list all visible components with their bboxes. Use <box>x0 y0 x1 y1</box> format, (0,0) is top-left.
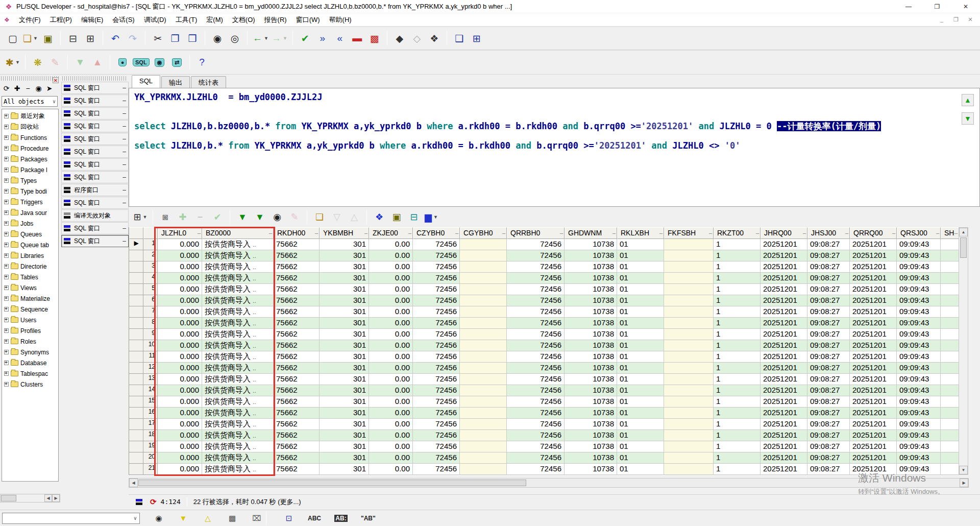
column-header-qrsj00[interactable]: QRSJ00 <box>897 227 941 239</box>
menu-item[interactable]: 文件(F) <box>14 13 45 27</box>
cell-rklxbh[interactable]: 01 <box>617 250 664 261</box>
cell-qrrq00[interactable]: 20251201 <box>850 363 897 374</box>
cell-czybh0[interactable]: 72456 <box>413 273 460 284</box>
cell-ghdwnm[interactable]: 10738 <box>565 273 617 284</box>
cell-czybh0[interactable]: 72456 <box>413 464 460 475</box>
column-header-czybh0[interactable]: CZYBH0 <box>413 227 460 239</box>
cell-bz0000[interactable]: 按供货商导入‥ <box>202 318 274 329</box>
row-number-cell[interactable]: 10 <box>143 340 158 351</box>
column-header-rkdh00[interactable]: RKDH00 <box>274 227 320 239</box>
expander-icon[interactable] <box>4 253 9 258</box>
cell-ellipsis-button[interactable]: ‥ <box>253 377 256 382</box>
cell-zkje00[interactable]: 0.00 <box>369 419 413 430</box>
expander-icon[interactable] <box>4 382 9 387</box>
row-marker-cell[interactable] <box>129 363 143 374</box>
cell-jlzhl0[interactable]: 0.000 <box>158 239 202 250</box>
cell-zkje00[interactable]: 0.00 <box>369 239 413 250</box>
cell-rkdh00[interactable]: 75662 <box>274 239 320 250</box>
cell-jhsj00[interactable]: 09:08:27 <box>807 464 850 475</box>
menu-item[interactable]: 工具(T) <box>171 13 202 27</box>
cell-rkdh00[interactable]: 75662 <box>274 363 320 374</box>
findbar-next-button[interactable]: ▼ <box>178 514 189 522</box>
cell-qrsj00[interactable]: 09:09:43 <box>897 430 941 441</box>
cell-bz0000[interactable]: 按供货商导入‥ <box>202 396 274 408</box>
cell-ykbmbh[interactable]: 301 <box>320 430 369 441</box>
row-marker-cell[interactable] <box>129 351 143 363</box>
cell-qrrbh0[interactable]: 72456 <box>507 306 565 318</box>
cell-ghdwnm[interactable]: 10738 <box>565 306 617 318</box>
column-header-rkzt00[interactable]: RKZT00 <box>714 227 761 239</box>
session-stamp-button[interactable]: ⇄ <box>169 54 185 70</box>
cell-jhrq00[interactable]: 20251201 <box>761 396 807 408</box>
tree-item-synonyms[interactable]: Synonyms <box>2 347 58 357</box>
redo-button[interactable]: ↷ <box>125 30 140 46</box>
cell-czybh0[interactable]: 72456 <box>413 419 460 430</box>
cell-rklxbh[interactable]: 01 <box>617 441 664 452</box>
object-filter-select[interactable]: All objects ∨ <box>2 96 58 107</box>
cell-rklxbh[interactable]: 01 <box>617 396 664 408</box>
cell-jhsj00[interactable]: 09:08:27 <box>807 306 850 318</box>
cell-jhrq00[interactable]: 20251201 <box>761 452 807 464</box>
cell-rklxbh[interactable]: 01 <box>617 408 664 419</box>
cell-fkfsbh[interactable] <box>664 306 714 318</box>
forward-button[interactable]: →▼ <box>271 30 288 46</box>
row-marker-cell[interactable] <box>129 374 143 385</box>
cell-bz0000[interactable]: 按供货商导入‥ <box>202 340 274 351</box>
maximize-button[interactable]: ❐ <box>923 0 951 13</box>
cell-zkje00[interactable]: 0.00 <box>369 408 413 419</box>
row-marker-cell[interactable] <box>129 419 143 430</box>
cell-qrrq00[interactable]: 20251201 <box>850 306 897 318</box>
paste-button[interactable]: ❒ <box>185 30 200 46</box>
cell-jhrq00[interactable]: 20251201 <box>761 385 807 396</box>
cell-czybh0[interactable]: 72456 <box>413 250 460 261</box>
cell-sh[interactable] <box>941 261 959 273</box>
cell-ykbmbh[interactable]: 301 <box>320 408 369 419</box>
rollback-button[interactable]: ▲ <box>90 54 105 70</box>
cell-jhsj00[interactable]: 09:08:27 <box>807 284 850 295</box>
cell-jhsj00[interactable]: 09:08:27 <box>807 340 850 351</box>
cell-jlzhl0[interactable]: 0.000 <box>158 441 202 452</box>
cell-qrsj00[interactable]: 09:09:43 <box>897 385 941 396</box>
window-list-item[interactable]: SQL 窗口– <box>61 94 129 107</box>
cell-zkje00[interactable]: 0.00 <box>369 441 413 452</box>
row-number-header[interactable] <box>143 227 158 239</box>
row-number-cell[interactable]: 14 <box>143 385 158 396</box>
cell-rkdh00[interactable]: 75662 <box>274 340 320 351</box>
print-button[interactable]: ⊟ <box>65 30 81 46</box>
cell-qrrq00[interactable]: 20251201 <box>850 250 897 261</box>
cell-cgybh0[interactable] <box>460 430 507 441</box>
column-header-ghdwnm[interactable]: GHDWNM <box>565 227 617 239</box>
menu-item[interactable]: 文档(O) <box>228 13 260 27</box>
cell-ellipsis-button[interactable]: ‥ <box>253 265 256 270</box>
collapse-button[interactable]: − <box>22 83 33 94</box>
cell-jhrq00[interactable]: 20251201 <box>761 239 807 250</box>
next-page-button[interactable]: ▼ <box>235 209 250 225</box>
column-header-ykbmbh[interactable]: YKBMBH <box>320 227 369 239</box>
row-number-cell[interactable]: 3 <box>143 261 158 273</box>
column-header-rklxbh[interactable]: RKLXBH <box>617 227 664 239</box>
cell-fkfsbh[interactable] <box>664 351 714 363</box>
row-marker-cell[interactable] <box>129 295 143 306</box>
cell-rklxbh[interactable]: 01 <box>617 430 664 441</box>
findbar-window-button[interactable]: ⊡ <box>283 514 295 523</box>
cell-jhsj00[interactable]: 09:08:27 <box>807 261 850 273</box>
cell-rklxbh[interactable]: 01 <box>617 363 664 374</box>
tree-item-libraries[interactable]: Libraries <box>2 250 58 261</box>
row-marker-cell[interactable] <box>129 318 143 329</box>
cell-qrrq00[interactable]: 20251201 <box>850 329 897 340</box>
cell-jlzhl0[interactable]: 0.000 <box>158 340 202 351</box>
row-number-cell[interactable]: 18 <box>143 430 158 441</box>
cell-ellipsis-button[interactable]: ‥ <box>253 456 256 461</box>
cell-czybh0[interactable]: 72456 <box>413 452 460 464</box>
cell-jlzhl0[interactable]: 0.000 <box>158 385 202 396</box>
cell-rklxbh[interactable]: 01 <box>617 351 664 363</box>
cell-qrsj00[interactable]: 09:09:43 <box>897 318 941 329</box>
row-number-cell[interactable]: 9 <box>143 329 158 340</box>
cell-jhsj00[interactable]: 09:08:27 <box>807 295 850 306</box>
row-number-cell[interactable]: 7 <box>143 306 158 318</box>
cell-zkje00[interactable]: 0.00 <box>369 464 413 475</box>
cell-ellipsis-button[interactable]: ‥ <box>253 411 256 416</box>
expander-icon[interactable] <box>4 361 9 365</box>
mdi-minimize-button[interactable]: _ <box>937 16 946 23</box>
cell-ykbmbh[interactable]: 301 <box>320 340 369 351</box>
